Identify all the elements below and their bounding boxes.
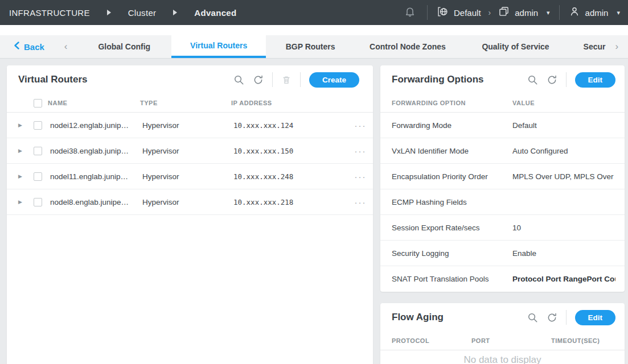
forwarding-option-label: Session Export Rate/secs <box>392 224 512 232</box>
scope-project-label: admin <box>515 8 538 18</box>
create-button[interactable]: Create <box>309 72 359 88</box>
scope-site-label: Default <box>454 8 481 18</box>
user-caret-down-icon: ▾ <box>617 9 620 16</box>
tab-virtual-routers[interactable]: Virtual Routers <box>171 35 266 58</box>
edit-button[interactable]: Edit <box>575 72 616 88</box>
table-row[interactable]: ▶ nodei12.englab.junip… Hypervisor 10.xx… <box>7 113 373 138</box>
forwarding-row: SNAT Port Translation Pools Protocol Por… <box>380 266 625 292</box>
forwarding-option-label: VxLAN Identifier Mode <box>392 147 512 155</box>
breadcrumb-cluster[interactable]: Cluster <box>128 8 157 18</box>
edit-button[interactable]: Edit <box>575 310 616 325</box>
refresh-icon[interactable] <box>547 312 557 323</box>
tab-security-truncated[interactable]: Secur <box>570 35 605 58</box>
tabs-scroll-left-icon[interactable]: ‹ <box>55 35 77 58</box>
tab-bgp-routers[interactable]: BGP Routers <box>266 35 355 58</box>
row-type: Hypervisor <box>140 172 231 181</box>
tab-quality-of-service[interactable]: Quality of Service <box>461 35 571 58</box>
breadcrumb: INFRASTRUCTURE Cluster Advanced <box>9 8 236 18</box>
actions-divider <box>272 72 273 87</box>
breadcrumb-separator-icon <box>173 10 177 15</box>
site-globe-icon <box>437 6 449 20</box>
refresh-icon[interactable] <box>253 75 264 85</box>
subnav-spacer <box>0 25 628 35</box>
column-protocol: PROTOCOL <box>392 337 471 344</box>
search-icon[interactable] <box>527 75 538 85</box>
search-icon[interactable] <box>233 75 244 85</box>
row-ip: 10.xxx.xxx.248 <box>231 172 348 181</box>
flow-aging-table-header: PROTOCOL PORT TIMEOUT(SEC) <box>380 332 625 350</box>
virtual-routers-header: Virtual Routers Create <box>7 65 373 94</box>
table-row[interactable]: ▶ nodel11.englab.junip… Hypervisor 10.xx… <box>7 164 373 189</box>
navbar-actions: Default › admin ▾ admin ▾ <box>404 5 620 20</box>
notifications-bell-icon[interactable] <box>404 6 416 19</box>
row-name: nodei12.englab.junip… <box>48 121 140 130</box>
forwarding-option-value: Protocol Port RangePort Count <box>512 275 615 283</box>
delete-trash-icon[interactable] <box>281 75 292 85</box>
tab-control-node-zones[interactable]: Control Node Zones <box>355 35 461 58</box>
scope-caret-down-icon: ▾ <box>547 9 550 16</box>
user-menu[interactable]: admin ▾ <box>569 6 620 19</box>
row-type: Hypervisor <box>140 198 231 206</box>
column-port: PORT <box>471 337 551 344</box>
row-name: nodel11.englab.junip… <box>48 172 140 181</box>
forwarding-table-header: FORWARDING OPTION VALUE <box>380 94 625 113</box>
breadcrumb-separator-icon <box>107 10 111 15</box>
forwarding-option-value: Auto Configured <box>512 147 615 155</box>
row-menu-ellipsis-icon[interactable]: ··· <box>348 172 373 181</box>
actions-divider <box>566 72 567 87</box>
forwarding-row: Forwarding Mode Default <box>380 113 625 138</box>
forwarding-options-actions: Edit <box>527 72 616 88</box>
forwarding-options-panel: Forwarding Options Edit FORWARDING OPTIO… <box>380 65 625 292</box>
right-column: Forwarding Options Edit FORWARDING OPTIO… <box>380 65 625 363</box>
flow-aging-actions: Edit <box>527 310 616 325</box>
navbar-divider <box>427 5 428 20</box>
breadcrumb-advanced: Advanced <box>194 8 236 18</box>
row-menu-ellipsis-icon[interactable]: ··· <box>348 121 373 130</box>
flow-aging-panel: Flow Aging Edit PROTOCOL PORT TIMEOUT(SE… <box>380 303 625 364</box>
refresh-icon[interactable] <box>547 75 557 85</box>
forwarding-option-label: ECMP Hashing Fields <box>392 198 512 206</box>
table-row[interactable]: ▶ nodei38.englab.junip… Hypervisor 10.xx… <box>7 138 373 164</box>
select-all-checkbox[interactable] <box>34 99 42 107</box>
row-menu-ellipsis-icon[interactable]: ··· <box>348 146 373 156</box>
row-type: Hypervisor <box>140 121 231 130</box>
column-type: TYPE <box>140 100 231 106</box>
row-expand-icon[interactable]: ▶ <box>18 199 27 205</box>
table-row[interactable]: ▶ nodel8.englab.junipe… Hypervisor 10.xx… <box>7 189 373 215</box>
forwarding-options-title: Forwarding Options <box>392 74 484 85</box>
flow-aging-header: Flow Aging Edit <box>380 303 625 332</box>
user-name-label: admin <box>585 8 609 18</box>
no-data-message: No data to display <box>380 350 625 364</box>
search-icon[interactable] <box>527 312 538 323</box>
row-checkbox[interactable] <box>34 147 42 155</box>
scope-selector[interactable]: Default › admin ▾ <box>437 6 550 20</box>
back-chevron-icon <box>14 42 20 52</box>
row-checkbox[interactable] <box>34 172 42 181</box>
row-expand-icon[interactable]: ▶ <box>18 148 27 154</box>
row-checkbox[interactable] <box>34 198 42 206</box>
back-button[interactable]: Back <box>0 35 55 58</box>
row-expand-icon[interactable]: ▶ <box>18 122 27 128</box>
breadcrumb-infrastructure[interactable]: INFRASTRUCTURE <box>9 8 90 18</box>
top-navbar: INFRASTRUCTURE Cluster Advanced Default … <box>0 0 628 25</box>
row-name: nodei38.englab.junip… <box>48 147 140 155</box>
virtual-routers-panel: Virtual Routers Create NAME TYPE <box>7 65 373 364</box>
actions-divider <box>566 310 567 325</box>
row-type: Hypervisor <box>140 147 231 155</box>
forwarding-row: ECMP Hashing Fields <box>380 189 625 215</box>
row-checkbox[interactable] <box>34 121 42 130</box>
column-ip-address: IP ADDRESS <box>231 100 348 106</box>
forwarding-row: Security Logging Enable <box>380 241 625 266</box>
tab-global-config[interactable]: Global Config <box>77 35 171 58</box>
row-expand-icon[interactable]: ▶ <box>18 173 27 179</box>
column-value: VALUE <box>512 100 615 106</box>
row-menu-ellipsis-icon[interactable]: ··· <box>348 197 373 207</box>
virtual-routers-actions: Create <box>233 72 359 88</box>
forwarding-option-value: MPLS Over UDP, MPLS Over … <box>512 172 615 181</box>
back-label: Back <box>24 42 44 52</box>
tabs-scroll-right-icon[interactable]: › <box>606 35 628 58</box>
column-timeout: TIMEOUT(SEC) <box>551 337 615 344</box>
forwarding-row: Session Export Rate/secs 10 <box>380 215 625 241</box>
column-name: NAME <box>48 100 140 106</box>
forwarding-option-label: Encapsulation Priority Order <box>392 172 512 181</box>
